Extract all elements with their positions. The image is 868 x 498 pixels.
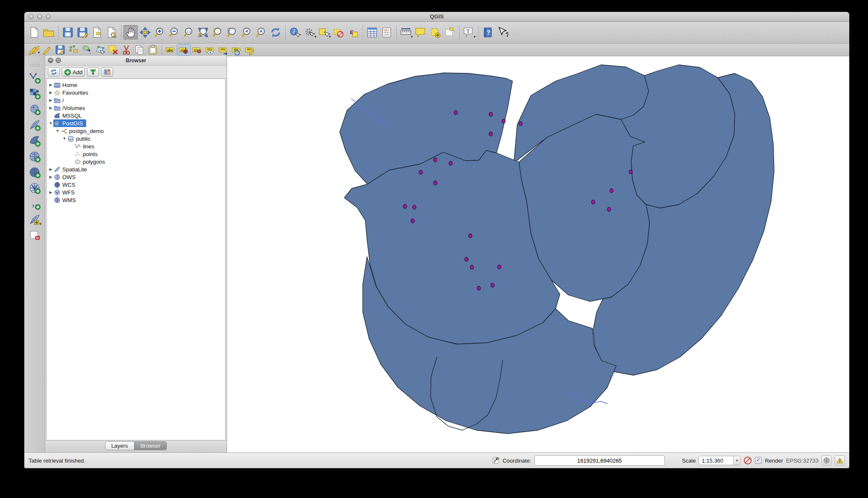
add-postgis-layer-button[interactable]: [27, 102, 42, 116]
tree-expand-icon[interactable]: ▶: [48, 98, 53, 102]
add-vector-layer-button[interactable]: [27, 70, 42, 85]
attribute-table-button[interactable]: [365, 25, 379, 40]
add-wfs-layer-button[interactable]: [27, 181, 42, 195]
label-move-button[interactable]: abc: [217, 44, 230, 55]
tree-item-wfs[interactable]: ▶WFS: [47, 188, 225, 196]
refresh-map-button[interactable]: [268, 25, 283, 40]
tab-browser[interactable]: Browser: [134, 442, 167, 450]
save-project-button[interactable]: [61, 25, 75, 40]
save-layer-edits-button[interactable]: [53, 44, 67, 55]
tree-item-lines[interactable]: lines: [47, 142, 225, 150]
add-delimited-text-button[interactable]: ,: [27, 197, 42, 211]
log-messages-button[interactable]: [835, 455, 845, 466]
copy-features-button[interactable]: [133, 44, 146, 55]
remove-layer-button[interactable]: [27, 228, 42, 243]
tree-item--volumes[interactable]: ▶/Volumes: [47, 104, 225, 112]
tree-item-wms[interactable]: WMS: [47, 196, 225, 204]
scale-combo[interactable]: 1:15,360 ▼: [699, 456, 740, 465]
tree-item-mssql[interactable]: MSSQL: [47, 112, 225, 119]
cut-features-button[interactable]: [119, 44, 133, 55]
map-tips-button[interactable]: [413, 25, 428, 40]
help-button[interactable]: ?: [481, 25, 495, 40]
zoom-to-selection-button[interactable]: [210, 25, 225, 40]
add-wcs-layer-button[interactable]: [27, 165, 42, 180]
tree-item-postgis-demo[interactable]: ▼postgis_demo: [47, 127, 225, 135]
tree-expand-icon[interactable]: ▶: [48, 106, 53, 110]
add-raster-layer-button[interactable]: [27, 86, 42, 101]
new-project-button[interactable]: [27, 25, 41, 40]
render-checkbox[interactable]: [755, 457, 762, 464]
select-by-expression-button[interactable]: ε: [346, 25, 360, 40]
tree-item-home[interactable]: ▶Home: [47, 81, 225, 89]
zoom-out-button[interactable]: [167, 25, 181, 40]
whats-this-button[interactable]: ?: [495, 25, 510, 40]
tree-expand-icon[interactable]: ▶: [48, 83, 53, 87]
filter-browser-button[interactable]: [87, 67, 99, 77]
identify-button[interactable]: i: [288, 25, 302, 40]
new-bookmark-button[interactable]: [428, 25, 442, 40]
paste-features-button[interactable]: [146, 44, 159, 55]
toggle-editing-button[interactable]: [40, 44, 53, 55]
extents-icon[interactable]: [492, 457, 500, 464]
tree-expand-icon[interactable]: ▼: [55, 129, 60, 133]
add-wms-layer-button[interactable]: [27, 149, 42, 164]
new-shapefile-button[interactable]: ▼: [27, 212, 42, 227]
tree-expand-icon[interactable]: ▶: [48, 90, 53, 95]
tree-item-ows[interactable]: ▶OWS: [47, 173, 225, 181]
tree-item-favourites[interactable]: ▶Favourites: [47, 89, 225, 96]
show-bookmarks-button[interactable]: [442, 25, 457, 40]
zoom-in-button[interactable]: [152, 25, 167, 40]
label-show-hide-button[interactable]: abc: [204, 44, 217, 55]
coordinate-input[interactable]: [534, 455, 665, 466]
tree-expand-icon[interactable]: ▶: [48, 167, 53, 171]
dropdown-arrow-icon[interactable]: ▼: [473, 35, 476, 39]
pan-map-button[interactable]: [123, 25, 138, 40]
tree-expand-icon[interactable]: ▶: [48, 190, 53, 194]
properties-widget-button[interactable]: [101, 67, 113, 77]
measure-button[interactable]: ▼: [399, 25, 413, 40]
select-features-button[interactable]: ▼: [317, 25, 331, 40]
add-mssql-layer-button[interactable]: [27, 133, 42, 148]
map-canvas[interactable]: [227, 56, 849, 453]
label-rotate-button[interactable]: abc: [230, 44, 243, 55]
field-calculator-button[interactable]: [379, 25, 394, 40]
add-selected-layers-button[interactable]: Add: [62, 67, 85, 77]
title-bar[interactable]: QGIS: [24, 12, 849, 22]
zoom-last-button[interactable]: [239, 25, 254, 40]
tree-item-polygons[interactable]: polygons: [47, 158, 225, 165]
move-feature-button[interactable]: [80, 44, 93, 55]
dropdown-arrow-icon[interactable]: ▼: [39, 223, 42, 226]
zoom-to-layer-button[interactable]: [225, 25, 239, 40]
scale-dropdown-icon[interactable]: ▼: [733, 456, 740, 465]
toolbar-drag-handle[interactable]: [29, 64, 40, 67]
zoom-next-button[interactable]: [254, 25, 268, 40]
tree-item-spatialite[interactable]: ▶SpatiaLite: [47, 165, 225, 173]
current-edits-button[interactable]: ▼: [27, 44, 40, 55]
refresh-browser-button[interactable]: [48, 67, 60, 77]
label-properties-button[interactable]: abc: [243, 44, 256, 55]
tree-expand-icon[interactable]: ▶: [48, 175, 53, 179]
crs-status-button[interactable]: [821, 455, 832, 466]
tree-item--[interactable]: ▶/: [47, 96, 225, 104]
tree-item-wcs[interactable]: WCS: [47, 181, 225, 188]
tree-item-points[interactable]: points: [47, 150, 225, 158]
save-project-as-button[interactable]: [75, 25, 90, 40]
delete-selected-button[interactable]: [106, 44, 119, 55]
tree-expand-icon[interactable]: ▼: [62, 136, 67, 141]
run-feature-action-button[interactable]: ▼: [302, 25, 317, 40]
node-tool-button[interactable]: [93, 44, 106, 55]
open-project-button[interactable]: [41, 25, 56, 40]
add-spatialite-layer-button[interactable]: [27, 118, 42, 132]
tree-item-public[interactable]: ▼public: [47, 135, 225, 142]
tab-layers[interactable]: Layers: [105, 442, 134, 450]
labeling-button[interactable]: abc: [164, 44, 177, 55]
pan-to-selection-button[interactable]: [138, 25, 152, 40]
tree-item-postgis[interactable]: ▼PostGIS: [47, 119, 225, 127]
new-composer-button[interactable]: [90, 25, 104, 40]
zoom-actual-button[interactable]: 1:1: [181, 25, 196, 40]
zoom-full-button[interactable]: [196, 25, 210, 40]
composer-manager-button[interactable]: [104, 25, 119, 40]
stop-render-icon[interactable]: [743, 456, 752, 465]
deselect-features-button[interactable]: [331, 25, 346, 40]
add-feature-button[interactable]: [67, 44, 80, 55]
